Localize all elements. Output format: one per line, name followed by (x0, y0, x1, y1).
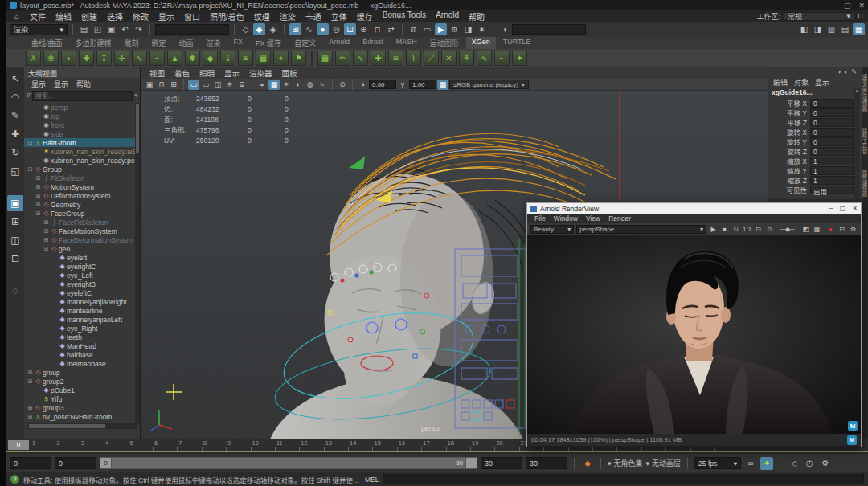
channel-box-menu-item[interactable]: 显示 (812, 77, 833, 88)
bookmark-icon[interactable]: ◆ (581, 457, 594, 470)
frame-tick[interactable]: 5 (129, 439, 153, 451)
shelf-tab[interactable]: 自定义 (289, 37, 321, 49)
channel-value-field[interactable]: 0 (810, 137, 854, 146)
outliner-item[interactable]: ⊞ ◇ group (24, 368, 140, 377)
xray-icon[interactable]: ◒ (256, 80, 268, 90)
arnold-title-bar[interactable]: Arnold RenderView ─ ▢ ✕ (527, 203, 861, 214)
menu-item[interactable]: 照明/着色 (205, 10, 249, 22)
menu-set-dropdown[interactable]: 渲染 ▾ (10, 24, 68, 35)
sidebar-hypershade-icon[interactable]: ◨ (812, 23, 824, 35)
expand-toggle-icon[interactable]: ⊞ (43, 237, 50, 243)
gamma-field[interactable]: 1.00 (409, 80, 436, 89)
arnold-menu-item[interactable]: Window (550, 214, 582, 223)
xgen-shelf-icon[interactable]: ✕ (441, 51, 457, 66)
outliner-item[interactable]: ◆ eye_Right (24, 324, 140, 333)
xgen-shelf-icon[interactable]: ∿ (477, 51, 492, 66)
resolution-gate-icon[interactable]: ◫ (212, 80, 223, 90)
outliner-item[interactable]: ⊞ ◇ DeformationSystem (24, 191, 140, 200)
frame-tick[interactable]: 13 (324, 439, 348, 451)
scale-tool-icon[interactable]: ◱ (7, 163, 23, 179)
xgen-shelf-icon[interactable]: ✽ (185, 51, 200, 66)
menu-item[interactable]: 纹理 (249, 10, 275, 22)
frame-tick[interactable]: 2 (55, 439, 79, 451)
xgen-shelf-icon[interactable]: ⌖ (273, 51, 289, 66)
textured-icon[interactable]: ▦ (268, 80, 280, 90)
exposure-icon[interactable]: ◑ (357, 80, 368, 90)
menu-item[interactable]: 选择 (102, 10, 128, 22)
symmetry-icon[interactable]: ◑ (498, 23, 510, 35)
speed-state-icon[interactable]: ◐ (844, 68, 848, 76)
outliner-item[interactable]: ✶ xubiren_nan_skin_ready:aiSkyDo... (24, 147, 140, 156)
frame-tick[interactable]: 11 (275, 439, 299, 451)
xgen-shelf-icon[interactable]: ⚑ (291, 51, 306, 66)
close-icon[interactable]: ✕ (858, 2, 865, 10)
menu-item[interactable]: 窗口 (179, 10, 205, 22)
xgen-shelf-icon[interactable]: ∿ (132, 51, 147, 66)
workspace-lock-icon[interactable]: ⊓ (858, 12, 863, 20)
outliner-menu-item[interactable]: 显示 (27, 79, 50, 89)
maximize-icon[interactable]: ▢ (840, 205, 846, 212)
shelf-tab[interactable]: FX (228, 37, 249, 49)
xgen-shelf-icon[interactable]: ▲ (167, 51, 182, 66)
range-bar-inner[interactable]: 30 (112, 458, 465, 468)
outliner-item[interactable]: ⊞ ◇ FaceDeformationSystem (24, 235, 140, 244)
outliner-item[interactable]: ⊞ ◇ group3 (24, 403, 140, 412)
menu-item[interactable]: 创建 (76, 10, 102, 22)
close-icon[interactable]: ✕ (852, 205, 858, 212)
channel-value-field[interactable]: 1 (810, 176, 854, 185)
playback-start-field[interactable]: 0 (10, 457, 51, 469)
expand-toggle-icon[interactable]: ⊞ (43, 228, 50, 235)
motion-blur-icon[interactable]: ≈ (317, 80, 328, 90)
outliner-item[interactable]: ⊞ ◇ MotionSystem (24, 182, 140, 191)
shelf-tab[interactable]: 运动图形 (424, 37, 465, 49)
viewport-menu-item[interactable]: 显示 (219, 67, 244, 79)
layout-four-pane-icon[interactable]: ⊞ (7, 214, 23, 230)
snap-point-icon[interactable]: ● (317, 23, 329, 35)
gate-mask-icon[interactable]: # (224, 80, 235, 90)
channel-box-menu-item[interactable]: 对象 (791, 77, 812, 88)
expand-toggle-icon[interactable]: ⊟ (43, 246, 50, 252)
xgen-shelf-icon[interactable]: ✚ (79, 51, 94, 66)
animation-start-field[interactable]: 0 (55, 457, 96, 469)
xgen-shelf-icon[interactable]: ✏ (335, 51, 350, 66)
isolate-select-icon[interactable]: ⊙ (337, 80, 348, 90)
layout-split-pane-icon[interactable]: ◫ (7, 232, 23, 248)
outliner-item[interactable]: ⊟ ◇ FaceGroup (24, 209, 140, 218)
outliner-item[interactable]: ◆ eye_Left (24, 271, 140, 280)
xgen-shelf-icon[interactable]: ≋ (388, 51, 403, 66)
arnold-menu-item[interactable]: File (530, 214, 550, 223)
shadows-toggle-icon[interactable]: ◐ (293, 80, 304, 90)
shelf-tab[interactable]: XGen (466, 37, 496, 49)
move-tool-icon[interactable]: ✚ (7, 126, 23, 142)
lasso-tool-icon[interactable]: ◠ (7, 89, 23, 105)
menu-item[interactable]: 文件 (25, 10, 51, 22)
shelf-tab[interactable]: TURTLE (497, 37, 537, 49)
outliner-item[interactable]: ◆ ManHead (24, 341, 140, 350)
range-end-handle[interactable] (466, 458, 477, 468)
menu-item[interactable]: 显示 (154, 10, 179, 22)
shelf-tab[interactable]: MASH (391, 37, 423, 49)
animation-end-field[interactable]: 30 (481, 457, 522, 469)
redo-icon[interactable]: ↷ (133, 23, 145, 35)
shelf-tab[interactable]: 多边形建模 (70, 37, 117, 49)
outliner-vertical-scrollbar[interactable] (135, 103, 140, 423)
outliner-item[interactable]: ◆ eyerightB (24, 280, 140, 288)
outliner-item[interactable]: $ Yifu (24, 394, 140, 403)
anim-layer-dropdown[interactable]: ▾ 无动画层 (646, 458, 682, 468)
grid-toggle-icon[interactable]: ⊞ (168, 80, 179, 90)
frame-tick[interactable]: 18 (446, 439, 470, 451)
xgen-shelf-icon[interactable]: ∿ (353, 51, 368, 66)
sidebar-tool-settings-icon[interactable]: ▤ (839, 23, 851, 35)
save-image-icon[interactable]: ▦ (813, 226, 821, 233)
expand-toggle-icon[interactable]: ⊞ (35, 202, 42, 208)
expand-toggle-icon[interactable]: ⊟ (27, 140, 34, 146)
frame-tick[interactable]: 4 (104, 439, 128, 451)
snap-view-icon[interactable]: ⊡ (344, 23, 356, 35)
open-scene-icon[interactable]: ◰ (92, 23, 104, 35)
loop-playback-icon[interactable]: ∞ (744, 457, 757, 470)
channel-value-field[interactable]: 1 (810, 166, 854, 175)
snap-grid-icon[interactable]: ⊞ (289, 23, 301, 35)
expand-toggle-icon[interactable]: ⊟ (27, 378, 34, 385)
stop-render-icon[interactable]: ■ (720, 226, 729, 233)
audio-icon[interactable]: ◁ (787, 457, 800, 470)
